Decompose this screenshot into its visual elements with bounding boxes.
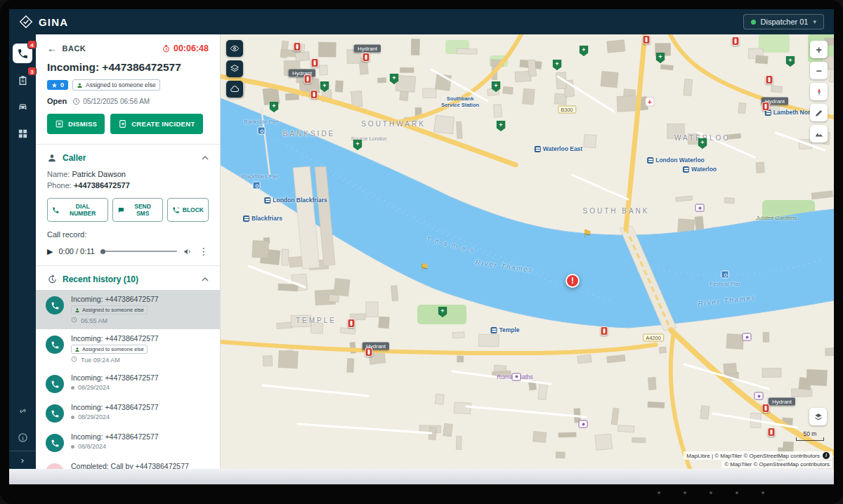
stopwatch-icon — [162, 44, 171, 53]
caller-phone-row: Phone: +447386472577 — [36, 180, 220, 191]
dispatcher-select[interactable]: Dispatcher 01 ▾ — [743, 14, 824, 29]
defibrillator-marker[interactable]: + — [698, 138, 707, 149]
history-item-meta: 08/8/2024 — [71, 443, 210, 450]
hydrant-marker[interactable] — [768, 427, 776, 437]
status-dot — [751, 20, 756, 25]
basemap-layers-button[interactable] — [809, 408, 827, 425]
audio-progress-bar[interactable] — [100, 251, 177, 252]
layers-tool-button[interactable] — [226, 60, 243, 77]
hydrant-marker[interactable] — [304, 74, 312, 84]
hydrant-marker[interactable] — [348, 319, 355, 328]
block-phone-icon — [172, 206, 180, 214]
hydrant-marker[interactable] — [643, 35, 651, 44]
history-item[interactable]: Completed: Call by +447386472577Dismisse… — [36, 457, 220, 469]
history-item-title: Incoming: +447386472577 — [71, 432, 210, 441]
compass-button[interactable] — [810, 83, 828, 100]
history-item[interactable]: Incoming: +44738647257708/8/2024 — [36, 427, 220, 457]
rail-expand-button[interactable]: › — [9, 451, 36, 469]
create-incident-button[interactable]: CREATE INCIDENT — [110, 114, 202, 134]
chevron-up-icon[interactable] — [202, 277, 209, 281]
send-sms-button[interactable]: SEND SMS — [112, 198, 163, 222]
nav-rail: 4 3 › — [9, 34, 36, 469]
rail-vehicles[interactable] — [13, 97, 32, 117]
hydrant-marker[interactable] — [311, 58, 319, 67]
hydrant-marker[interactable] — [362, 53, 370, 62]
pier-marker[interactable] — [253, 182, 261, 190]
history-item[interactable]: Incoming: +447386472577Assigned to someo… — [36, 329, 220, 369]
audio-player: ▶ 0:00 / 0:11 ⋮ — [36, 240, 220, 258]
hydrant-marker[interactable] — [766, 75, 773, 84]
brand-name: GINA — [39, 16, 68, 28]
dial-number-button[interactable]: DIAL NUMBER — [47, 198, 108, 222]
rail-info[interactable] — [13, 427, 32, 447]
history-item[interactable]: Incoming: +44738647257708/29/2024 — [36, 398, 220, 427]
flag-marker[interactable]: ⚑ — [583, 228, 592, 238]
weather-tool-button[interactable] — [226, 81, 243, 98]
rail-links[interactable] — [13, 401, 32, 420]
defibrillator-marker[interactable]: + — [353, 140, 362, 150]
audio-menu-icon[interactable]: ⋮ — [199, 246, 209, 257]
measure-button[interactable] — [810, 104, 828, 121]
rail-calls[interactable]: 4 — [13, 44, 32, 63]
hydrant-marker[interactable] — [762, 102, 770, 111]
pier-marker[interactable] — [257, 127, 265, 135]
history-item[interactable]: Incoming: +447386472577Assigned to someo… — [36, 290, 220, 329]
progress-knob[interactable] — [100, 249, 105, 254]
attribution-text-2: © MapTiler © OpenStreetMap contributors — [724, 461, 830, 467]
back-button[interactable]: ← BACK — [47, 43, 86, 54]
zoom-out-button[interactable]: − — [810, 62, 828, 79]
rail-dashboard[interactable] — [13, 124, 32, 143]
defibrillator-marker[interactable]: + — [320, 81, 329, 92]
pier-marker[interactable] — [721, 271, 729, 279]
assigned-badge: Assigned to someone else — [72, 79, 160, 91]
map-canvas[interactable]: SOUTHWARKBANKSIDEWATERLOOSOUTH BANKTEMPL… — [221, 34, 834, 469]
call-record-label: Call record: — [36, 225, 220, 240]
hospital-marker[interactable]: + — [646, 98, 654, 106]
history-section-header[interactable]: Recent history (10) — [36, 273, 220, 290]
rail-incidents[interactable]: 3 — [13, 70, 32, 90]
camera-marker[interactable] — [743, 333, 752, 341]
visibility-tool-button[interactable] — [226, 40, 243, 57]
terrain-button[interactable] — [810, 125, 828, 142]
defibrillator-marker[interactable]: + — [786, 56, 795, 67]
dismiss-button[interactable]: DISMISS — [47, 114, 105, 134]
flag-marker[interactable]: ⚑ — [420, 262, 429, 272]
attribution-info-icon[interactable]: i — [823, 452, 830, 459]
camera-marker[interactable] — [512, 373, 521, 380]
pencil-icon — [814, 108, 824, 118]
grid-icon — [17, 128, 29, 140]
chevron-up-icon[interactable] — [202, 156, 209, 160]
defibrillator-marker[interactable]: + — [553, 60, 562, 70]
hydrant-marker[interactable] — [601, 326, 608, 336]
defibrillator-marker[interactable]: + — [580, 46, 589, 56]
defibrillator-marker[interactable]: + — [390, 74, 399, 84]
hydrant-marker[interactable] — [365, 347, 373, 357]
volume-icon[interactable] — [183, 246, 193, 257]
block-label: BLOCK — [183, 206, 204, 213]
hydrant-marker[interactable] — [294, 42, 301, 51]
hydrant-marker[interactable] — [762, 404, 770, 413]
defibrillator-marker[interactable]: + — [497, 121, 506, 131]
phone-icon — [17, 48, 29, 60]
dismiss-label: DISMISS — [68, 120, 97, 128]
hydrant-marker[interactable] — [732, 37, 740, 46]
incident-alert-marker[interactable]: ! — [566, 274, 580, 288]
compass-icon — [814, 87, 824, 97]
block-button[interactable]: BLOCK — [167, 198, 209, 222]
defibrillator-marker[interactable]: + — [656, 53, 665, 63]
incoming-call-icon — [46, 434, 64, 452]
defibrillator-marker[interactable]: + — [438, 307, 447, 317]
dispatcher-name: Dispatcher 01 — [761, 18, 809, 26]
camera-marker[interactable] — [579, 420, 588, 428]
history-item-meta: 08/29/2024 — [71, 413, 210, 420]
play-button[interactable]: ▶ — [47, 247, 53, 256]
defibrillator-marker[interactable]: + — [270, 102, 279, 112]
camera-marker[interactable] — [754, 392, 764, 400]
camera-marker[interactable] — [695, 204, 705, 212]
dial-label: DIAL NUMBER — [63, 203, 103, 217]
hydrant-marker[interactable] — [311, 90, 318, 99]
zoom-in-button[interactable]: + — [810, 41, 828, 58]
caller-section-header[interactable]: Caller — [36, 152, 220, 168]
history-item[interactable]: Incoming: +44738647257708/29/2024 — [36, 369, 220, 398]
defibrillator-marker[interactable]: + — [492, 81, 501, 92]
